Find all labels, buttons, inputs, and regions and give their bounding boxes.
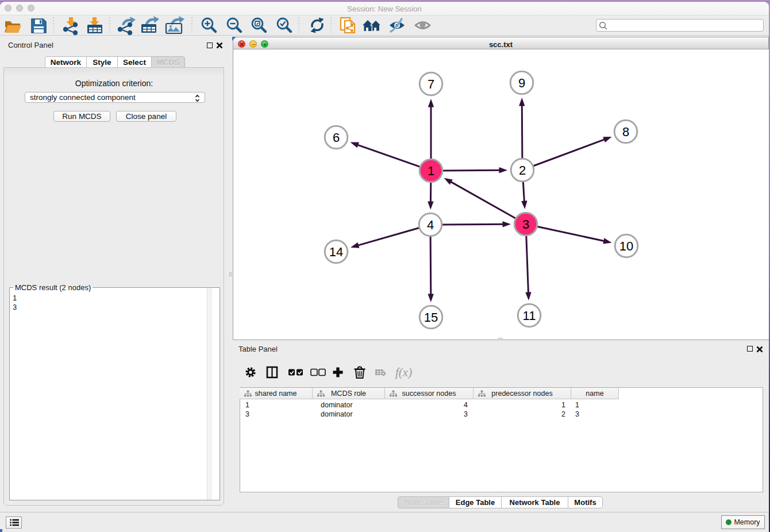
svg-text:11: 11 [523, 309, 536, 323]
svg-text:3: 3 [522, 217, 529, 232]
svg-text:14: 14 [329, 245, 343, 259]
svg-text:10: 10 [619, 239, 633, 253]
svg-text:8: 8 [622, 125, 629, 139]
svg-text:7: 7 [428, 77, 434, 91]
svg-text:2: 2 [519, 163, 526, 178]
svg-text:f(x): f(x) [395, 365, 412, 379]
svg-text:6: 6 [333, 130, 340, 145]
svg-text:4: 4 [427, 218, 434, 232]
svg-text:9: 9 [518, 76, 525, 90]
svg-text:15: 15 [424, 310, 438, 325]
svg-text:1: 1 [428, 164, 434, 178]
